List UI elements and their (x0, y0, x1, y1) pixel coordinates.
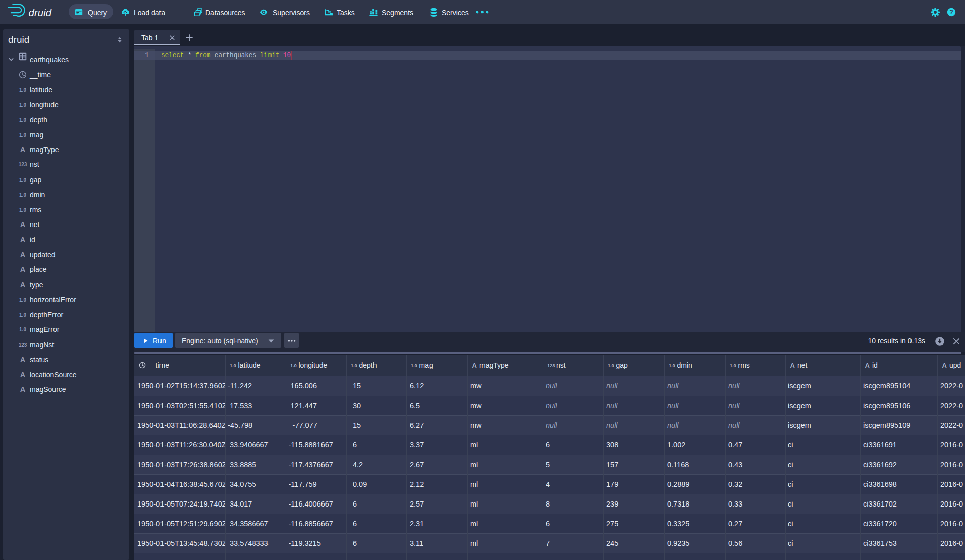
svg-text:?: ? (949, 9, 953, 16)
